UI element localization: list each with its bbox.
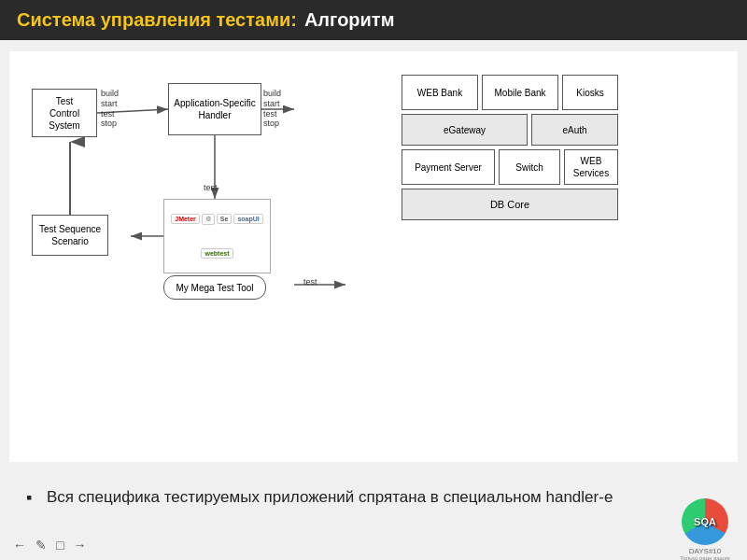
soapui-logo: soapUI: [233, 214, 262, 224]
label-build-start-1: buildstartteststop: [101, 89, 119, 129]
main-content: buildstartteststop buildstartteststop te…: [9, 51, 738, 462]
test-control-system: Test Control System: [32, 89, 97, 137]
payment-server-box: Payment Server: [402, 149, 495, 185]
kiosks-box: Kiosks: [562, 75, 618, 110]
nav-forward-box[interactable]: □: [56, 538, 63, 553]
header-title-bold: Система управления тестами:: [17, 9, 297, 31]
unknown-logo: ⚙: [202, 214, 215, 225]
nav-bar: ← ✎ □ →: [13, 538, 86, 553]
db-core-box: DB Core: [402, 189, 618, 220]
selenium-logo: Se: [217, 214, 233, 224]
sqa-circle: SQA: [682, 498, 728, 545]
eauth-box: eAuth: [531, 114, 618, 146]
my-mega-test-tool: My Mega Test Tool: [163, 275, 266, 300]
sqa-days-label: DAYS#10: [672, 547, 738, 555]
header-title-normal: Алгоритм: [304, 9, 395, 31]
sqa-tagline: Только ради ваших карьер: [672, 555, 738, 560]
label-build-start-2: buildstartteststop: [263, 89, 281, 129]
nav-forward[interactable]: →: [73, 538, 86, 553]
bullet-point: Вся специфика тестируемых приложений спр…: [19, 485, 663, 510]
nav-back[interactable]: ←: [13, 538, 26, 553]
sqa-label: SQA: [694, 516, 716, 527]
jmeter-logo: JMeter: [171, 214, 200, 224]
egateway-box: eGateway: [402, 114, 528, 146]
webtest-logo: webtest: [201, 248, 233, 259]
sqa-logo: SQA DAYS#10 Только ради ваших карьер: [672, 498, 738, 554]
tools-area: JMeter ⚙ Se soapUI webtest: [163, 199, 271, 273]
web-bank-box: WEB Bank: [402, 75, 478, 110]
right-diagram: WEB Bank Mobile Bank Kiosks eGateway eAu…: [402, 61, 747, 453]
label-test-1: test: [204, 183, 218, 193]
mobile-bank-box: Mobile Bank: [482, 75, 558, 110]
test-sequence-scenario: Test Sequence Scenario: [32, 215, 108, 256]
label-test-2: test: [303, 277, 317, 287]
bottom-section: Вся специфика тестируемых приложений спр…: [19, 485, 663, 510]
app-specific-handler: Application-Specific Handler: [168, 83, 261, 135]
nav-edit[interactable]: ✎: [35, 538, 47, 553]
switch-box: Switch: [499, 149, 560, 185]
left-diagram: buildstartteststop buildstartteststop te…: [19, 61, 383, 453]
header: Система управления тестами: Алгоритм: [0, 0, 747, 40]
web-services-box: WEB Services: [564, 149, 618, 185]
